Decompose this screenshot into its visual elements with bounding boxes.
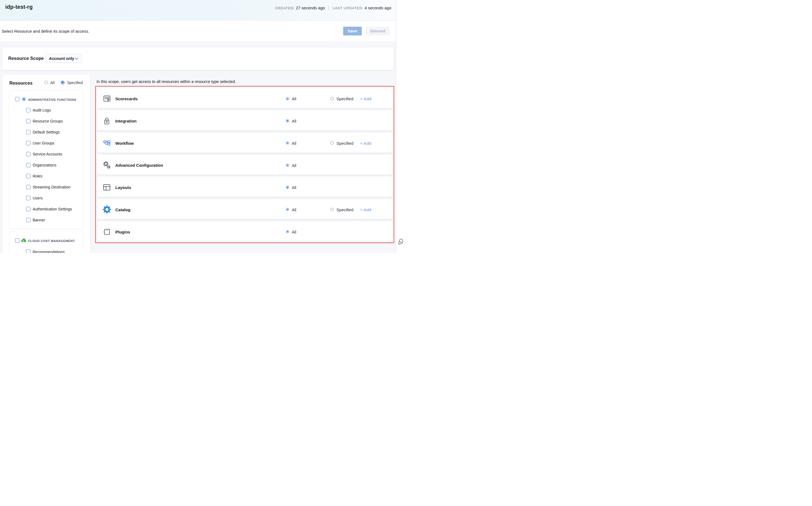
svg-text:$: $	[23, 240, 24, 242]
